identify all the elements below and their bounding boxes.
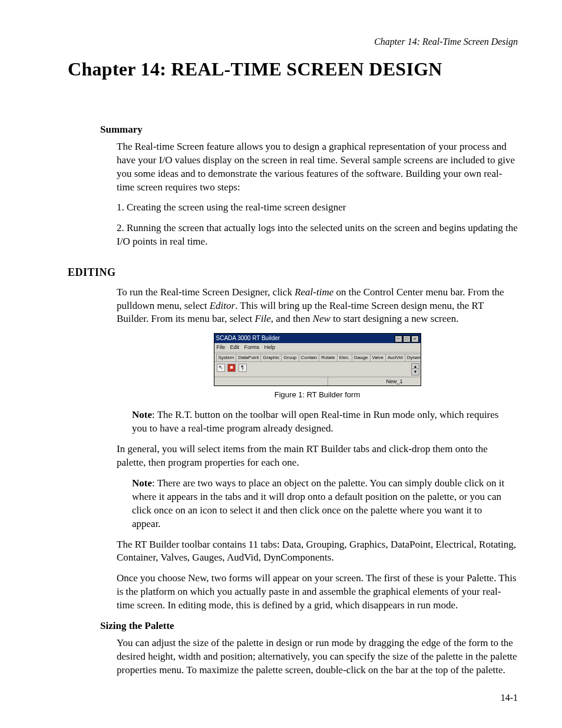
t: to start designing a new screen. xyxy=(330,313,459,324)
menu-edit: Edit xyxy=(230,344,240,350)
note-label: Note xyxy=(132,409,152,420)
editing-general: In general, you will select items from t… xyxy=(117,443,518,470)
status-bar: New_1 xyxy=(214,377,421,386)
menu-help: Help xyxy=(265,344,276,350)
tab: DataPoint xyxy=(236,354,261,362)
scroll-down-icon: ▾ xyxy=(411,368,419,375)
page-number: 14-1 xyxy=(501,691,518,704)
maximize-icon: □ xyxy=(403,335,411,342)
summary-heading: Summary xyxy=(100,123,518,137)
note-2: Note: There are two ways to place an obj… xyxy=(132,477,512,531)
tab: Group xyxy=(281,354,299,362)
tab: Valve xyxy=(370,354,386,362)
tab: Gauge xyxy=(352,354,371,362)
t: To run the Real-time Screen Designer, cl… xyxy=(117,286,295,298)
window-buttons: −□× xyxy=(394,334,419,342)
chapter-title: Chapter 14: REAL-TIME SCREEN DESIGN xyxy=(68,57,518,82)
tab-strip: SystemDataPointGraphicGroupContainRotate… xyxy=(214,353,421,363)
menu-file: File xyxy=(217,344,226,350)
toolbar-icon-red: ■ xyxy=(227,364,236,372)
editing-tabs-list: The RT Builder toolbar contains 11 tabs:… xyxy=(117,538,518,565)
tab: Rotate xyxy=(319,354,338,362)
t: , and then xyxy=(271,313,313,324)
tab: Dynamic xyxy=(405,354,421,362)
toolbar-icon-arrow: ↖ xyxy=(217,364,225,372)
summary-step-2: 2. Running the screen that actually logs… xyxy=(117,222,518,249)
t: File xyxy=(254,313,270,324)
tab: Graphic xyxy=(260,354,282,362)
chapter-title-main: REAL-TIME SCREEN DESIGN xyxy=(171,58,442,80)
menu-forms: Forms xyxy=(244,344,260,350)
window-titlebar: SCADA 3000 RT Builder −□× xyxy=(214,334,421,343)
minimize-icon: − xyxy=(395,335,402,342)
note-text: : There are two ways to place an object … xyxy=(132,477,504,529)
toolbar-area: ↖ ■ ¶ ▴ ▾ xyxy=(214,362,421,377)
chapter-title-prefix: Chapter 14: xyxy=(68,58,171,80)
running-head: Chapter 14: Real-Time Screen Design xyxy=(68,35,518,48)
note-1: Note: The R.T. button on the toolbar wil… xyxy=(132,409,512,436)
tab: Contain xyxy=(299,354,320,362)
note-label: Note xyxy=(132,477,152,489)
tab: Elec. xyxy=(337,354,352,362)
tab: AudVid xyxy=(385,354,405,362)
toolbar-icon-glyph: ¶ xyxy=(239,364,247,372)
rt-builder-screenshot: SCADA 3000 RT Builder −□× File Edit Form… xyxy=(214,333,421,386)
t: Editor xyxy=(210,300,235,311)
editing-intro: To run the Real-time Screen Designer, cl… xyxy=(117,286,518,327)
summary-step-1: 1. Creating the screen using the real-ti… xyxy=(117,201,518,215)
menu-bar: File Edit Forms Help xyxy=(214,343,421,352)
note-text: : The R.T. button on the toolbar will op… xyxy=(132,409,498,434)
sizing-heading: Sizing the Palette xyxy=(100,620,518,633)
t: New xyxy=(313,313,330,324)
close-icon: × xyxy=(411,335,419,342)
figure-caption: Figure 1: RT Builder form xyxy=(117,390,518,400)
t: Real-time xyxy=(295,286,333,298)
summary-intro: The Real-time Screen feature allows you … xyxy=(117,140,518,195)
sizing-paragraph: You can adjust the size of the palette i… xyxy=(117,637,518,677)
window-title: SCADA 3000 RT Builder xyxy=(216,334,280,342)
editing-new-forms: Once you choose New, two forms will appe… xyxy=(117,572,518,612)
editing-heading: EDITING xyxy=(68,265,518,279)
tab: System xyxy=(216,354,237,362)
